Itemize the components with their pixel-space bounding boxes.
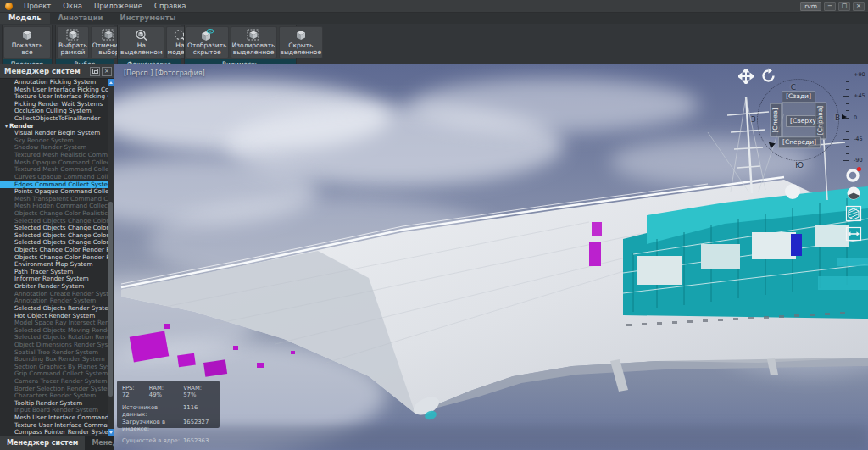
view-back-button[interactable]: [Сзади]: [782, 91, 815, 103]
system-item[interactable]: Selected Objects Moving Rende...: [0, 327, 114, 335]
ribbon-button-label: Выбрать рамкой: [58, 42, 87, 57]
ribbon-button[interactable]: Отобразить скрытое: [186, 26, 229, 58]
maximize-button[interactable]: □: [838, 2, 850, 11]
system-item[interactable]: Selected Objects Render System: [0, 305, 114, 313]
system-item[interactable]: Mesh Hidden Command Collect...: [0, 203, 114, 210]
system-item[interactable]: Textured Mesh Command Colle...: [0, 166, 114, 174]
compass-west-label: З: [751, 115, 756, 124]
ribbon-tab[interactable]: Инструменты: [112, 13, 185, 24]
system-item[interactable]: Tooltip Render System: [0, 400, 114, 408]
scrollbar-thumb[interactable]: [108, 202, 113, 397]
system-item[interactable]: Input Board Render System: [0, 407, 114, 414]
system-item[interactable]: Texture User Interface Picking C...: [0, 93, 114, 101]
system-item[interactable]: Bounding Box Render System: [0, 356, 114, 364]
minimize-button[interactable]: −: [824, 2, 836, 11]
close-button[interactable]: ×: [853, 2, 865, 11]
panel-float-button[interactable]: [90, 67, 100, 76]
system-item[interactable]: Camera Tracer Render System: [0, 378, 114, 386]
pan-icon[interactable]: [738, 69, 754, 84]
view-front-button[interactable]: [Спереди]: [778, 136, 821, 148]
system-item[interactable]: Border Selection Render System: [0, 386, 114, 393]
system-item[interactable]: Environment Map System: [0, 261, 114, 269]
vram-value: 57%: [183, 392, 196, 398]
system-item[interactable]: Selected Objects Change Color ...: [0, 225, 114, 232]
menu-item[interactable]: Окна: [57, 0, 88, 13]
system-item[interactable]: Path Tracer System: [0, 269, 114, 276]
panel-tab[interactable]: Менеджер систем: [0, 436, 85, 450]
system-item[interactable]: Hot Object Render System: [0, 313, 114, 320]
scale-label: -90: [854, 157, 863, 164]
scroll-down-button[interactable]: [108, 429, 114, 436]
system-item[interactable]: Grip Command Collect System: [0, 370, 114, 378]
ribbon-button[interactable]: На выделенном: [119, 26, 164, 58]
system-item[interactable]: Annotation Picking System: [0, 79, 114, 86]
system-item[interactable]: Objects Change Color Render P...: [0, 254, 114, 262]
system-item[interactable]: Mesh User Interface Command ...: [0, 414, 114, 422]
system-item[interactable]: Mesh Opaque Command Collec...: [0, 159, 114, 167]
system-item[interactable]: Curves Opaque Command Colle...: [0, 174, 114, 181]
system-item[interactable]: Occlusion Culling System: [0, 108, 114, 115]
stat-label: Сущностей в ядре:: [122, 437, 183, 444]
stat-row: Сущностей в ядре:1652363: [122, 437, 214, 444]
menu-item[interactable]: Проект: [18, 0, 57, 13]
system-item[interactable]: Orbiter Render System: [0, 283, 114, 291]
panel-close-button[interactable]: ×: [102, 67, 112, 76]
system-item[interactable]: Compass Pointer Render System: [0, 429, 114, 436]
collapse-chevron-icon[interactable]: ▾: [5, 123, 8, 131]
system-item-selected[interactable]: Edges Command Collect System: [0, 181, 114, 189]
menu-bar-items: ПроектОкнаПриложениеСправка: [18, 0, 192, 13]
system-item[interactable]: Visual Render Begin System: [0, 130, 114, 137]
system-item[interactable]: Spatial Tree Render System: [0, 349, 114, 357]
system-item[interactable]: Textured Mesh Realistic Comma...: [0, 152, 114, 159]
render-stats-overlay: FPS: 72 RAM: 49% VRAM: 57% Источников да…: [117, 381, 220, 428]
system-item[interactable]: Mesh User Interface Picking Co...: [0, 86, 114, 94]
ribbon-button-label: Показать все: [5, 42, 49, 57]
ribbon-button[interactable]: Показать все: [3, 26, 51, 58]
system-item[interactable]: Selected Objects Change Color ...: [0, 232, 114, 240]
system-item[interactable]: Model Space Ray Intersect Ren...: [0, 319, 114, 327]
menu-item[interactable]: Справка: [148, 0, 192, 13]
system-item[interactable]: Shadow Render System: [0, 144, 114, 152]
system-item[interactable]: Selected Objects Change Color ...: [0, 239, 114, 247]
scroll-up-button[interactable]: [108, 79, 114, 86]
ribbon-tab[interactable]: Аннотации: [50, 13, 112, 24]
system-item[interactable]: Section Graphics By Planes Syst...: [0, 364, 114, 371]
system-item[interactable]: Selected Objects Change Color ...: [0, 218, 114, 225]
solid-box-icon[interactable]: [845, 205, 862, 222]
scale-tick: [846, 153, 849, 154]
system-item[interactable]: Objects Change Color Realistic ...: [0, 210, 114, 218]
compass-east-label: В: [835, 114, 840, 122]
float-icon: [92, 69, 98, 74]
fit-width-icon[interactable]: [845, 225, 862, 242]
view-right-button[interactable]: [Справа]: [815, 102, 826, 139]
view-left-button[interactable]: [Слева]: [770, 103, 782, 137]
system-item[interactable]: ▾Render: [0, 123, 114, 131]
system-item[interactable]: Points Opaque Command Colle...: [0, 188, 114, 196]
systems-scrollbar[interactable]: [108, 79, 114, 436]
system-item[interactable]: Selected Objects Rotation Rend...: [0, 334, 114, 342]
stat-value: 1652327: [183, 419, 209, 432]
menu-item[interactable]: Приложение: [88, 0, 148, 13]
system-item[interactable]: Sky Render System: [0, 137, 114, 145]
system-item[interactable]: CollectObjectsToFinalRender: [0, 115, 114, 123]
ribbon-button[interactable]: Выбрать рамкой: [57, 26, 89, 58]
ribbon-button[interactable]: Изолировать выделенное: [231, 26, 277, 58]
scale-tick: [846, 89, 849, 90]
system-item[interactable]: Texture User Interface Comman...: [0, 422, 114, 430]
system-item[interactable]: Characters Render System: [0, 392, 114, 400]
system-item[interactable]: Object Dimensions Render Syst...: [0, 342, 114, 349]
sphere-view-icon[interactable]: [845, 185, 862, 202]
orbit-target-icon[interactable]: [845, 166, 862, 183]
hide-icon: [294, 29, 308, 42]
ribbon-button[interactable]: Скрыть выделенное: [279, 26, 324, 58]
ribbon-tab[interactable]: Модель: [0, 13, 50, 24]
system-item[interactable]: Annotation Create Render System: [0, 291, 114, 298]
system-item[interactable]: Picking Render Wait Systems: [0, 101, 114, 108]
ribbon-group: Выбрать рамкойОтменить выборВыбор: [55, 25, 114, 64]
system-item[interactable]: Mesh Transparent Command C...: [0, 196, 114, 203]
system-item[interactable]: Annotation Render System: [0, 297, 114, 305]
viewport-3d[interactable]: [Персп.] [Фотография] С Ю З В [Сзади] [С…: [114, 64, 868, 450]
system-item[interactable]: Objects Change Color Render P...: [0, 247, 114, 254]
system-item[interactable]: Informer Render System: [0, 275, 114, 283]
rotate-icon[interactable]: [760, 68, 776, 84]
